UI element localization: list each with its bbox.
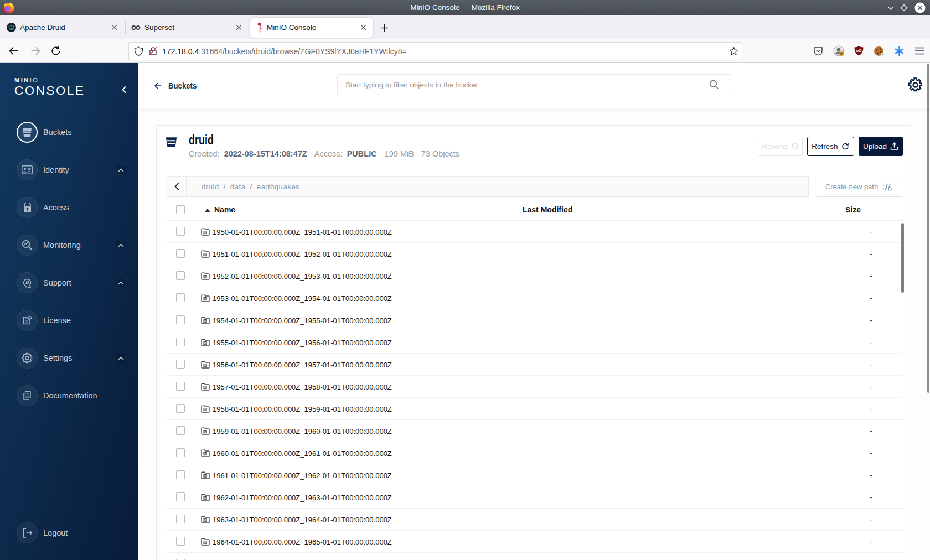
svg-text:uO: uO [856, 49, 862, 53]
